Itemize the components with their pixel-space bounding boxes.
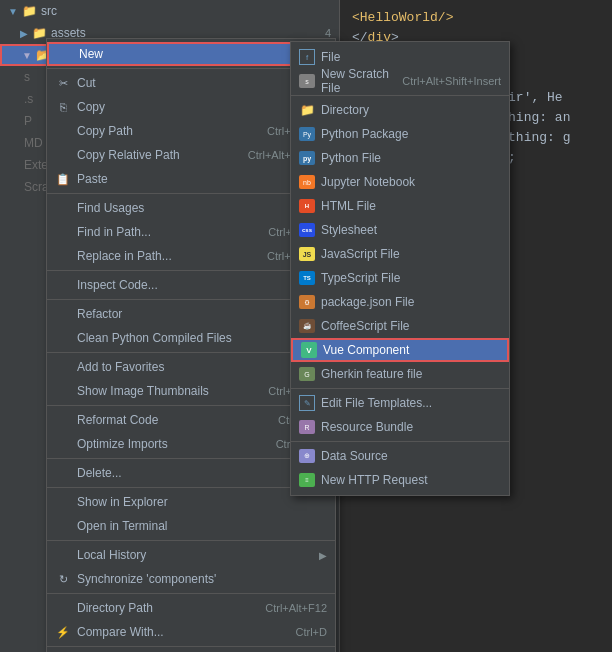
submenu-label-edit-templates: Edit File Templates... <box>321 396 432 410</box>
terminal-icon <box>55 518 71 534</box>
shortcut-compare: Ctrl+D <box>296 626 327 638</box>
python-pkg-icon: Py <box>299 127 315 141</box>
submenu-item-python-file[interactable]: py Python File <box>291 146 509 170</box>
submenu-item-coffee-file[interactable]: ☕ CoffeeScript File <box>291 314 509 338</box>
copy-icon: ⎘ <box>55 99 71 115</box>
menu-item-clean-python-left: Clean Python Compiled Files <box>55 330 232 346</box>
triangle-icon: ▶ <box>20 28 28 39</box>
submenu-item-edit-templates[interactable]: ✎ Edit File Templates... <box>291 391 509 415</box>
optimize-icon <box>55 436 71 452</box>
bundle-icon: R <box>299 420 315 434</box>
submenu-item-js-file[interactable]: JS JavaScript File <box>291 242 509 266</box>
submenu-label-stylesheet: Stylesheet <box>321 223 377 237</box>
submenu-item-stylesheet[interactable]: css Stylesheet <box>291 218 509 242</box>
json-icon: {} <box>299 295 315 309</box>
submenu-item-json-file[interactable]: {} package.json File <box>291 290 509 314</box>
refactor-icon <box>55 306 71 322</box>
submenu-item-scratch[interactable]: s New Scratch File Ctrl+Alt+Shift+Insert <box>291 69 509 93</box>
submenu-label-python-file: Python File <box>321 151 381 165</box>
submenu-item-vue-component[interactable]: V Vue Component <box>291 338 509 362</box>
menu-item-synchronize[interactable]: ↻ Synchronize 'components' <box>47 567 335 591</box>
edit-templates-icon: ✎ <box>299 395 315 411</box>
dir-icon: 📁 <box>299 103 315 117</box>
http-icon: ≡ <box>299 473 315 487</box>
submenu-item-html[interactable]: H HTML File <box>291 194 509 218</box>
js-icon: JS <box>299 247 315 261</box>
submenu-label-gherkin-file: Gherkin feature file <box>321 367 422 381</box>
menu-item-dir-path-left: Directory Path <box>55 600 153 616</box>
shortcut-dir-path: Ctrl+Alt+F12 <box>265 602 327 614</box>
clean-python-icon <box>55 330 71 346</box>
submenu-item-ts-file[interactable]: TS TypeScript File <box>291 266 509 290</box>
compare-icon: ⚡ <box>55 624 71 640</box>
submenu-label-json-file: package.json File <box>321 295 414 309</box>
sub-sep-3 <box>291 441 509 442</box>
submenu-item-file[interactable]: f File <box>291 45 509 69</box>
submenu-item-data-source[interactable]: ⊕ Data Source <box>291 444 509 468</box>
menu-item-copy-left: ⎘ Copy <box>55 99 105 115</box>
triangle-icon: ▼ <box>8 6 18 17</box>
submenu-item-python-pkg[interactable]: Py Python Package <box>291 122 509 146</box>
menu-label-copy-rel-path: Copy Relative Path <box>77 148 180 162</box>
menu-label-show-explorer: Show in Explorer <box>77 495 168 509</box>
menu-item-paste-left: 📋 Paste <box>55 171 108 187</box>
menu-item-replace-in-path-left: Replace in Path... <box>55 248 172 264</box>
menu-item-add-fav-left: Add to Favorites <box>55 359 164 375</box>
sync-icon: ↻ <box>55 571 71 587</box>
menu-item-local-hist-left: Local History <box>55 547 146 563</box>
submenu-item-resource-bundle[interactable]: R Resource Bundle <box>291 415 509 439</box>
submenu-label-coffee-file: CoffeeScript File <box>321 319 409 333</box>
tree-label-p: P <box>24 114 32 128</box>
menu-label-local-history: Local History <box>77 548 146 562</box>
local-history-icon <box>55 547 71 563</box>
submenu-item-gherkin-file[interactable]: G Gherkin feature file <box>291 362 509 386</box>
tree-label-md: MD <box>24 136 43 150</box>
scratch-icon: s <box>299 74 315 88</box>
menu-label-inspect: Inspect Code... <box>77 278 158 292</box>
menu-item-open-terminal[interactable]: Open in Terminal <box>47 514 335 538</box>
file-icon: f <box>299 49 315 65</box>
menu-label-find-in-path: Find in Path... <box>77 225 151 239</box>
css-icon: css <box>299 223 315 237</box>
submenu-item-directory[interactable]: 📁 Directory <box>291 98 509 122</box>
submenu-item-jupyter[interactable]: nb Jupyter Notebook <box>291 170 509 194</box>
menu-label-directory-path: Directory Path <box>77 601 153 615</box>
menu-item-inspect-left: Inspect Code... <box>55 277 158 293</box>
sub-sep-1 <box>291 95 509 96</box>
menu-item-copy-path-left: Copy Path <box>55 123 133 139</box>
python-file-icon: py <box>299 151 315 165</box>
submenu-label-file: File <box>321 50 340 64</box>
menu-label-add-favorites: Add to Favorites <box>77 360 164 374</box>
submenu-label-resource-bundle: Resource Bundle <box>321 420 413 434</box>
menu-item-find-in-path-left: Find in Path... <box>55 224 151 240</box>
menu-item-directory-path[interactable]: Directory Path Ctrl+Alt+F12 <box>47 596 335 620</box>
menu-item-optimize-left: Optimize Imports <box>55 436 168 452</box>
triangle-icon: ▼ <box>22 50 32 61</box>
gherkin-icon: G <box>299 367 315 381</box>
menu-item-local-history[interactable]: Local History ▶ <box>47 543 335 567</box>
tree-item-src[interactable]: ▼ 📁 src <box>0 0 339 22</box>
menu-item-sync-left: ↻ Synchronize 'components' <box>55 571 216 587</box>
cut-icon: ✂ <box>55 75 71 91</box>
submenu-item-http-request[interactable]: ≡ New HTTP Request <box>291 468 509 492</box>
menu-label-paste: Paste <box>77 172 108 186</box>
menu-item-compare-left: ⚡ Compare With... <box>55 624 164 640</box>
folder-icon: 📁 <box>32 26 47 40</box>
menu-item-find-usages-left: Find Usages <box>55 200 144 216</box>
show-explorer-icon <box>55 494 71 510</box>
submenu-label-python-pkg: Python Package <box>321 127 408 141</box>
menu-label-new: New <box>79 47 103 61</box>
separator-10 <box>47 593 335 594</box>
submenu-label-scratch: New Scratch File <box>321 67 396 95</box>
menu-label-find-usages: Find Usages <box>77 201 144 215</box>
menu-item-reformat-left: Reformat Code <box>55 412 158 428</box>
inspect-icon <box>55 277 71 293</box>
menu-label-open-terminal: Open in Terminal <box>77 519 168 533</box>
menu-item-copy-rel-left: Copy Relative Path <box>55 147 180 163</box>
menu-label-refactor: Refactor <box>77 307 122 321</box>
menu-label-synchronize: Synchronize 'components' <box>77 572 216 586</box>
menu-item-compare-with[interactable]: ⚡ Compare With... Ctrl+D <box>47 620 335 644</box>
datasource-icon: ⊕ <box>299 449 315 463</box>
tree-label-src: src <box>41 4 57 18</box>
menu-label-clean-python: Clean Python Compiled Files <box>77 331 232 345</box>
